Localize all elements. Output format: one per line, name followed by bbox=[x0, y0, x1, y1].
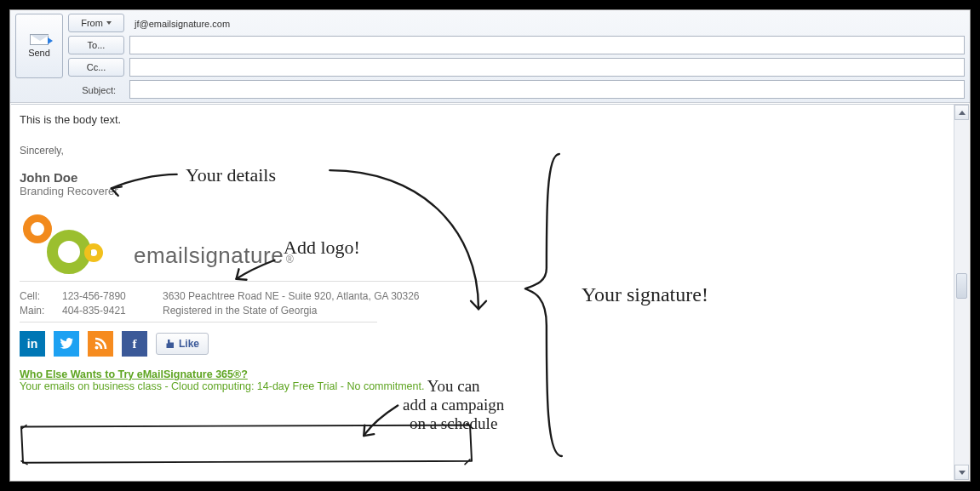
to-field[interactable] bbox=[129, 36, 965, 54]
cc-button[interactable]: Cc... bbox=[68, 58, 124, 77]
send-button[interactable]: Send bbox=[15, 14, 63, 78]
scroll-down-icon[interactable] bbox=[954, 465, 969, 480]
campaign-sub: Your emails on business class - Cloud co… bbox=[20, 380, 950, 392]
from-button[interactable]: From bbox=[68, 14, 124, 32]
outlook-compose-window: Send From jf@emailsignature.com To... Cc… bbox=[9, 9, 971, 482]
thumbs-up-icon bbox=[165, 340, 174, 348]
main-value: 404-835-9421 bbox=[62, 305, 156, 317]
social-row: in f Like bbox=[20, 331, 950, 357]
subject-field[interactable] bbox=[129, 80, 965, 99]
divider bbox=[20, 281, 530, 282]
divider bbox=[20, 322, 377, 323]
body-text: This is the body text. bbox=[20, 113, 950, 126]
twitter-icon[interactable] bbox=[54, 331, 79, 357]
subject-label: Subject: bbox=[15, 80, 124, 100]
cell-value: 123-456-7890 bbox=[62, 290, 156, 302]
message-body-area[interactable]: ⤢ This is the body text. Sincerely, John… bbox=[11, 104, 969, 480]
from-value: jf@emailsignature.com bbox=[129, 14, 965, 34]
like-button[interactable]: Like bbox=[156, 333, 209, 355]
signature-logo-row: emailsignature ® bbox=[20, 214, 950, 274]
logo-mark-icon bbox=[20, 214, 122, 274]
campaign-headline[interactable]: Who Else Wants to Try eMailSignature 365… bbox=[20, 368, 950, 380]
send-label: Send bbox=[28, 48, 50, 58]
cell-label: Cell: bbox=[20, 290, 55, 302]
address-value: 3630 Peachtree Road NE - Suite 920, Atla… bbox=[163, 290, 950, 302]
scroll-thumb[interactable] bbox=[956, 273, 967, 299]
envelope-icon bbox=[30, 34, 49, 45]
contact-block: Cell: 123-456-7890 3630 Peachtree Road N… bbox=[20, 290, 950, 317]
signature-name: John Doe bbox=[20, 170, 950, 185]
signature-title: Branding Recoverer bbox=[20, 185, 950, 197]
svg-point-0 bbox=[95, 346, 99, 350]
compose-header: Send From jf@emailsignature.com To... Cc… bbox=[10, 10, 970, 103]
cc-field[interactable] bbox=[129, 58, 965, 77]
chevron-down-icon bbox=[106, 21, 112, 25]
vertical-scrollbar[interactable] bbox=[954, 105, 969, 480]
signoff: Sincerely, bbox=[20, 145, 950, 157]
scroll-up-icon[interactable] bbox=[954, 105, 969, 120]
logo-wordmark: emailsignature ® bbox=[134, 243, 294, 274]
compose-content: This is the body text. Sincerely, John D… bbox=[20, 113, 950, 477]
registered-value: Registered in the State of Georgia bbox=[163, 305, 950, 317]
facebook-icon[interactable]: f bbox=[122, 331, 147, 357]
to-button[interactable]: To... bbox=[68, 36, 124, 54]
campaign-block: Who Else Wants to Try eMailSignature 365… bbox=[20, 368, 950, 392]
linkedin-icon[interactable]: in bbox=[20, 331, 45, 357]
main-label: Main: bbox=[20, 305, 55, 317]
rss-icon[interactable] bbox=[88, 331, 113, 357]
